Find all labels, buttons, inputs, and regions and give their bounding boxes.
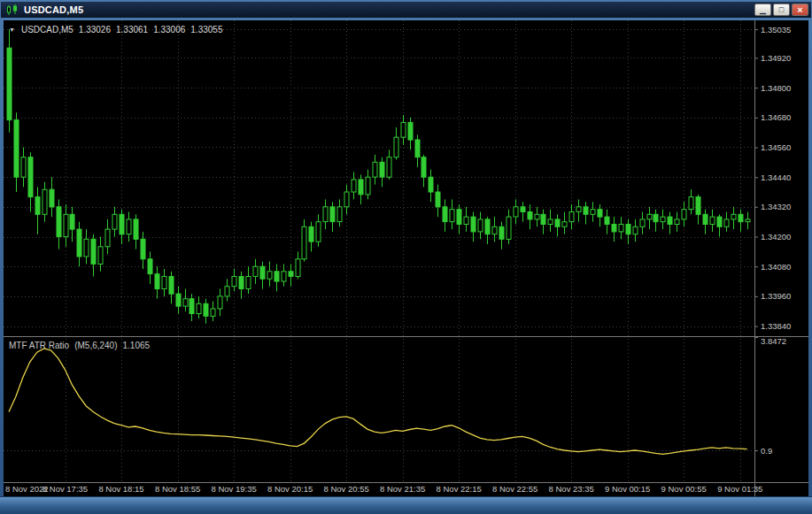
window-title: USDCAD,M5 — [24, 4, 83, 15]
price-scale-label: 1.34080 — [761, 262, 791, 272]
chevron-down-icon[interactable]: ▼ — [9, 27, 15, 33]
time-scale-label: 8 Nov 18:55 — [155, 484, 200, 494]
price-scale-label: 1.34560 — [761, 142, 791, 152]
time-scale-label: 8 Nov 23:35 — [549, 484, 594, 494]
window-controls: ▁ □ × — [754, 4, 808, 16]
indicator-params: (M5,6,240) — [74, 341, 117, 350]
grid-layer — [4, 20, 754, 482]
indicator-scale[interactable]: 3.84720.9 — [754, 336, 786, 456]
price-scale-label: 1.34440 — [761, 173, 791, 182]
time-scale[interactable]: 8 Nov 20228 Nov 17:358 Nov 18:158 Nov 18… — [5, 484, 762, 494]
price-scale-label: 1.34200 — [761, 232, 791, 242]
time-scale-label: 8 Nov 22:15 — [437, 484, 482, 494]
pane-separators — [4, 20, 808, 496]
header-symbol: USDCAD,M5 — [21, 25, 73, 35]
header-close: 1.33055 — [190, 25, 222, 35]
time-scale-label: 9 Nov 01:35 — [717, 484, 762, 494]
chart-ohlc-header: ▼ USDCAD,M5 1.33026 1.33061 1.33006 1.33… — [9, 25, 222, 35]
time-scale-label: 8 Nov 20:55 — [323, 484, 368, 494]
price-scale-label: 1.33960 — [761, 291, 791, 301]
indicator-header: MTF ATR Ratio (M5,6,240) 1.1065 — [9, 341, 150, 350]
window-titlebar[interactable]: USDCAD,M5 ▁ □ × — [1, 2, 811, 18]
minimize-button[interactable]: ▁ — [754, 4, 771, 16]
time-scale-label: 8 Nov 17:35 — [43, 484, 88, 494]
indicator-scale-label: 3.8472 — [761, 336, 786, 346]
price-scale-label: 1.34680 — [761, 112, 791, 122]
time-scale-label: 8 Nov 20:15 — [267, 484, 313, 494]
price-scale-label: 1.35035 — [761, 25, 791, 35]
atr-ratio-line — [9, 349, 747, 454]
time-scale-label: 8 Nov 19:35 — [211, 484, 256, 494]
time-scale-label: 8 Nov 22:55 — [492, 484, 537, 494]
close-button[interactable]: × — [792, 4, 808, 16]
price-scale-label: 1.33840 — [761, 321, 791, 331]
chart-icon — [5, 4, 19, 16]
price-scale-label: 1.34320 — [761, 202, 791, 211]
header-high: 1.33061 — [116, 25, 148, 35]
price-scale-label: 1.34920 — [761, 53, 791, 63]
indicator-scale-label: 0.9 — [761, 446, 772, 456]
time-scale-label: 9 Nov 00:55 — [661, 484, 707, 494]
time-scale-label: 8 Nov 21:35 — [380, 484, 425, 494]
indicator-value: 1.1065 — [123, 341, 151, 350]
price-scale-label: 1.34800 — [761, 83, 791, 93]
price-scale[interactable]: 1.350351.349201.348001.346801.345601.344… — [754, 25, 791, 332]
chart-canvas[interactable]: 1.350351.349201.348001.346801.345601.344… — [4, 20, 808, 496]
time-scale-label: 8 Nov 18:15 — [98, 484, 143, 494]
header-low: 1.33006 — [153, 25, 185, 35]
candles-layer — [7, 29, 750, 324]
restore-button[interactable]: □ — [773, 4, 790, 16]
header-open: 1.33026 — [79, 25, 111, 35]
chart-area: 1.350351.349201.348001.346801.345601.344… — [4, 20, 808, 496]
time-scale-label: 9 Nov 00:15 — [605, 484, 650, 494]
window-bottom-frame — [0, 496, 812, 514]
mt4-chart-window: USDCAD,M5 ▁ □ × 1.350351.349201.348001.3… — [0, 0, 812, 514]
indicator-name: MTF ATR Ratio — [9, 341, 69, 350]
